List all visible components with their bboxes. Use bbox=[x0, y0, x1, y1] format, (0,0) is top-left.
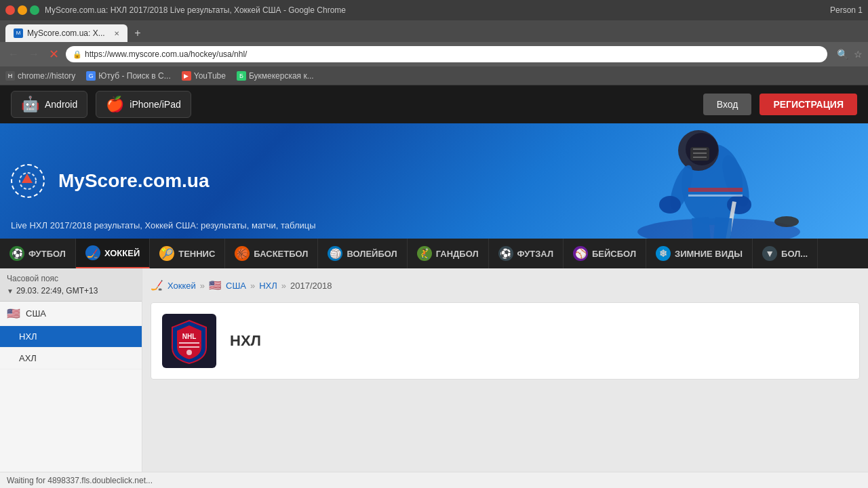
football-icon: ⚽ bbox=[9, 246, 24, 261]
bookmark-favicon-bookie: Б bbox=[237, 71, 246, 81]
status-text: Waiting for 4898337.fls.doubleclick.net.… bbox=[7, 476, 153, 485]
logo-dot-icon bbox=[18, 171, 38, 191]
timezone-box: Часовой пояс ▼ 29.03. 22:49, GMT+13 bbox=[0, 268, 142, 302]
baseball-icon: ⚾ bbox=[573, 246, 588, 261]
content-area: 🏒 Хоккей » 🇺🇸 США » НХЛ » 2017/2018 NHL bbox=[142, 268, 868, 472]
timezone-title: Часовой пояс bbox=[7, 274, 58, 283]
sport-futsal-label: ФУТЗАЛ bbox=[517, 249, 553, 259]
bookmark-youtube[interactable]: ▶ YouTube bbox=[182, 71, 226, 81]
basketball-icon: 🏀 bbox=[235, 246, 250, 261]
svg-point-23 bbox=[186, 350, 192, 355]
league-ahl-label: АХЛ bbox=[19, 353, 37, 363]
register-button[interactable]: РЕГИСТРАЦИЯ bbox=[760, 94, 857, 115]
volleyball-icon: 🏐 bbox=[328, 246, 342, 261]
svg-point-11 bbox=[659, 196, 681, 214]
bookmark-bookie[interactable]: Б Букмекерская к... bbox=[237, 71, 314, 81]
nhl-logo-svg: NHL bbox=[165, 317, 213, 365]
breadcrumb-flag: 🇺🇸 bbox=[209, 279, 222, 291]
winter-icon: ❄ bbox=[656, 246, 671, 261]
league-card: NHL НХЛ bbox=[151, 302, 860, 380]
bookmark-label-youtube-search: Ютуб - Поиск в С... bbox=[98, 71, 170, 81]
league-logo: NHL bbox=[162, 314, 216, 368]
forward-btn[interactable]: → bbox=[26, 47, 42, 62]
breadcrumb-country-link[interactable]: США bbox=[226, 281, 246, 291]
stop-btn[interactable]: ✕ bbox=[46, 45, 62, 63]
window-controls[interactable] bbox=[5, 5, 39, 15]
ssl-icon: 🔒 bbox=[73, 50, 82, 59]
timezone-value[interactable]: ▼ 29.03. 22:49, GMT+13 bbox=[7, 286, 135, 296]
svg-point-19 bbox=[20, 173, 36, 189]
bookmark-history[interactable]: H chrome://history bbox=[5, 71, 75, 81]
sport-tennis-label: ТЕННИС bbox=[178, 249, 215, 259]
sport-handball-label: ГАНДБОЛ bbox=[436, 249, 479, 259]
sport-futsal[interactable]: ⚽ ФУТЗАЛ bbox=[489, 239, 564, 268]
sport-tennis[interactable]: 🎾 ТЕННИС bbox=[150, 239, 225, 268]
sport-winter-label: ЗИМНИЕ ВИДЫ bbox=[675, 249, 743, 259]
sidebar-league-ahl[interactable]: АХЛ bbox=[0, 348, 142, 369]
bookmarks-bar: H chrome://history G Ютуб - Поиск в С...… bbox=[0, 66, 868, 85]
hockey-icon: 🏒 bbox=[85, 245, 100, 260]
android-btn[interactable]: 🤖 Android bbox=[11, 91, 87, 118]
sidebar-league-nhl[interactable]: НХЛ bbox=[0, 326, 142, 348]
breadcrumb-hockey-icon: 🏒 bbox=[151, 279, 163, 291]
back-btn[interactable]: ← bbox=[5, 47, 22, 62]
hero-player-image bbox=[502, 123, 814, 239]
tab-close-btn[interactable]: ✕ bbox=[114, 30, 119, 37]
sport-more[interactable]: ▼ БОЛ... bbox=[753, 239, 818, 268]
search-icon[interactable]: 🔍 bbox=[837, 49, 848, 60]
user-label: Person 1 bbox=[830, 5, 863, 15]
hero-banner: MyScore.com.ua Live НХЛ 2017/2018 резуль… bbox=[0, 123, 868, 239]
sport-winter[interactable]: ❄ ЗИМНИЕ ВИДЫ bbox=[646, 239, 753, 268]
timezone-text: 29.03. 22:49, GMT+13 bbox=[16, 286, 98, 296]
bookmark-favicon-google: G bbox=[86, 71, 96, 81]
browser-title: MyScore.com.ua: НХЛ 2017/2018 Live резул… bbox=[45, 5, 825, 15]
sports-nav: ⚽ ФУТБОЛ 🏒 ХОККЕЙ 🎾 ТЕННИС 🏀 БАСКЕТБОЛ 🏐… bbox=[0, 239, 868, 268]
breadcrumb-league-link[interactable]: НХЛ bbox=[259, 281, 277, 291]
browser-tabs-bar: M MyScore.com.ua: Х... ✕ + bbox=[0, 20, 868, 42]
tab-label: MyScore.com.ua: Х... bbox=[27, 28, 105, 38]
status-bar: Waiting for 4898337.fls.doubleclick.net.… bbox=[0, 472, 868, 488]
new-tab-btn[interactable]: + bbox=[130, 26, 145, 41]
android-icon: 🤖 bbox=[21, 96, 39, 113]
futsal-icon: ⚽ bbox=[498, 246, 513, 261]
active-tab[interactable]: M MyScore.com.ua: Х... ✕ bbox=[5, 24, 127, 42]
bookmark-star-icon[interactable]: ☆ bbox=[854, 49, 863, 60]
breadcrumb-hockey-link[interactable]: Хоккей bbox=[167, 281, 196, 291]
sport-baseball-label: БЕЙСБОЛ bbox=[592, 249, 636, 259]
country-label: США bbox=[26, 308, 46, 319]
window-minimize-btn[interactable] bbox=[18, 5, 27, 15]
logo-circle bbox=[11, 164, 45, 198]
breadcrumb: 🏒 Хоккей » 🇺🇸 США » НХЛ » 2017/2018 bbox=[151, 277, 860, 294]
main-content: Часовой пояс ▼ 29.03. 22:49, GMT+13 🇺🇸 С… bbox=[0, 268, 868, 472]
timezone-dropdown-icon: ▼ bbox=[7, 287, 14, 295]
breadcrumb-sep-2: » bbox=[250, 281, 255, 291]
sport-football[interactable]: ⚽ ФУТБОЛ bbox=[0, 239, 76, 268]
sport-baseball[interactable]: ⚾ БЕЙСБОЛ bbox=[564, 239, 646, 268]
sport-hockey[interactable]: 🏒 ХОККЕЙ bbox=[76, 239, 150, 268]
sport-basketball[interactable]: 🏀 БАСКЕТБОЛ bbox=[225, 239, 318, 268]
login-button[interactable]: Вход bbox=[703, 94, 752, 115]
iphone-btn[interactable]: 🍎 iPhone/iPad bbox=[96, 91, 191, 118]
more-dropdown-icon: ▼ bbox=[762, 246, 777, 261]
window-close-btn[interactable] bbox=[5, 5, 15, 15]
bookmark-favicon-history: H bbox=[5, 71, 15, 81]
site-logo-container: MyScore.com.ua bbox=[11, 164, 45, 198]
sport-football-label: ФУТБОЛ bbox=[28, 249, 66, 259]
breadcrumb-season: 2017/2018 bbox=[290, 281, 332, 291]
sport-volleyball[interactable]: 🏐 ВОЛЕЙБОЛ bbox=[318, 239, 407, 268]
sport-volleyball-label: ВОЛЕЙБОЛ bbox=[347, 249, 397, 259]
sport-hockey-label: ХОККЕЙ bbox=[104, 248, 140, 258]
bookmark-youtube-search[interactable]: G Ютуб - Поиск в С... bbox=[86, 71, 170, 81]
address-icons: 🔍 ☆ bbox=[837, 49, 863, 60]
sport-handball[interactable]: 🤾 ГАНДБОЛ bbox=[408, 239, 489, 268]
svg-rect-17 bbox=[688, 188, 743, 192]
timezone-label: Часовой пояс bbox=[7, 274, 135, 283]
window-maximize-btn[interactable] bbox=[30, 5, 39, 15]
url-bar[interactable]: 🔒 https://www.myscore.com.ua/hockey/usa/… bbox=[66, 46, 827, 62]
tennis-icon: 🎾 bbox=[159, 246, 174, 261]
league-name: НХЛ bbox=[230, 332, 261, 350]
sidebar-country-usa[interactable]: 🇺🇸 США bbox=[0, 302, 142, 326]
address-bar-container: ← → ✕ 🔒 https://www.myscore.com.ua/hocke… bbox=[0, 42, 868, 66]
android-label: Android bbox=[45, 99, 77, 110]
tab-favicon: M bbox=[14, 28, 23, 38]
